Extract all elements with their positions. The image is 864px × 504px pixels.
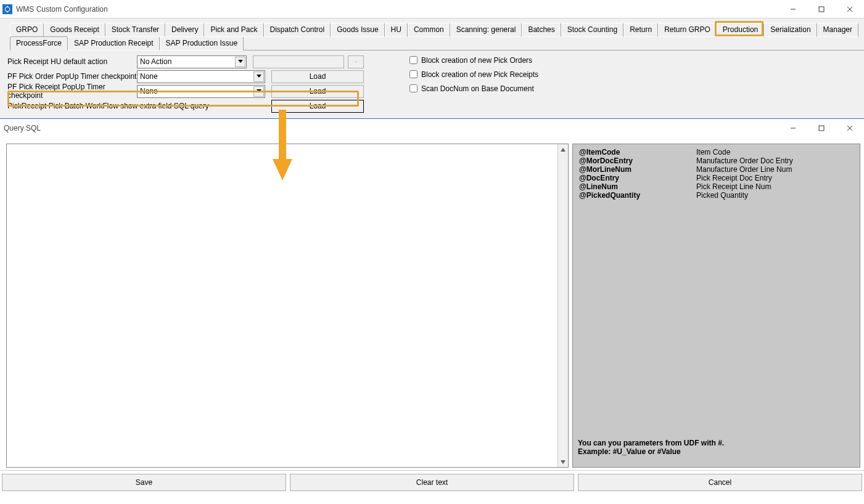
svg-marker-8 xyxy=(257,75,261,78)
param-desc: Manufacture Order Doc Entry xyxy=(695,156,856,165)
combo-value: None xyxy=(140,87,158,96)
tabs-row2: ProcessForceSAP Production ReceiptSAP Pr… xyxy=(10,36,864,51)
param-name: @LineNum xyxy=(578,182,695,191)
tab-return-grpo[interactable]: Return GRPO xyxy=(658,23,717,37)
tab-scanning-general[interactable]: Scanning: general xyxy=(450,23,522,37)
check-row-scan-docnum: Scan DocNum on Base Document xyxy=(407,81,538,96)
svg-marker-9 xyxy=(257,89,261,92)
app-icon xyxy=(2,4,12,14)
param-row: @DocEntryPick Receipt Doc Entry xyxy=(578,174,856,182)
scroll-down-icon[interactable] xyxy=(558,457,568,467)
tab-processforce[interactable]: ProcessForce xyxy=(10,36,68,51)
footnote-line2: Example: #U_Value or #Value xyxy=(578,447,724,456)
tab-grpo[interactable]: GRPO xyxy=(10,23,44,37)
bottom-buttons: Save Clear text Cancel xyxy=(0,470,864,494)
tab-pick-and-pack[interactable]: Pick and Pack xyxy=(204,23,263,37)
window-title: WMS Custom Configuration xyxy=(16,5,108,14)
param-desc: Pick Receipt Line Num xyxy=(695,182,856,191)
tab-manager[interactable]: Manager xyxy=(817,23,858,37)
scrollbar[interactable] xyxy=(557,144,568,467)
tab-dispatch-control[interactable]: Dispatch Control xyxy=(264,23,331,37)
load-button-sql-query[interactable]: Load xyxy=(271,100,364,113)
disabled-text-field xyxy=(253,55,344,68)
checkbox-label: Scan DocNum on Base Document xyxy=(421,84,534,93)
load-button-pick-order[interactable]: Load xyxy=(271,70,364,83)
param-row: @PickedQuantityPicked Quantity xyxy=(578,191,856,200)
param-footnote: You can you parameters from UDF with #. … xyxy=(578,439,724,456)
svg-marker-7 xyxy=(238,60,243,63)
tab-stock-counting[interactable]: Stock Counting xyxy=(561,23,623,37)
tabs-row1: GRPOGoods ReceiptStock TransferDeliveryP… xyxy=(10,22,860,36)
check-row-block-orders: Block creation of new Pick Orders xyxy=(407,53,538,67)
tab-common[interactable]: Common xyxy=(408,23,450,37)
close-button[interactable] xyxy=(836,0,864,18)
check-row-block-receipts: Block creation of new Pick Receipts xyxy=(407,67,538,81)
dash-label: - xyxy=(355,57,357,66)
svg-rect-1 xyxy=(7,6,8,7)
btn-label: Save xyxy=(136,478,152,487)
scroll-up-icon[interactable] xyxy=(558,144,568,155)
minimize-button[interactable] xyxy=(779,0,807,18)
svg-marker-16 xyxy=(561,148,566,152)
param-desc: Pick Receipt Doc Entry xyxy=(695,174,856,182)
tab-production[interactable]: Production xyxy=(717,23,764,37)
svg-rect-13 xyxy=(819,126,824,131)
query-sql-window: Query SQL @ItemCodeItem Code@MorDocEntry… xyxy=(0,118,864,504)
tab-delivery[interactable]: Delivery xyxy=(165,23,204,37)
dash-button[interactable]: - xyxy=(348,55,364,68)
cancel-button[interactable]: Cancel xyxy=(578,474,862,491)
checkbox-scan-docnum[interactable] xyxy=(409,84,418,92)
btn-label: Load xyxy=(310,87,326,96)
chevron-down-icon xyxy=(253,86,264,97)
chevron-down-icon xyxy=(235,57,245,67)
tab-return[interactable]: Return xyxy=(623,23,658,37)
combo-default-action[interactable]: No Action xyxy=(137,55,247,68)
btn-label: Load xyxy=(310,72,326,81)
tab-goods-receipt[interactable]: Goods Receipt xyxy=(44,23,105,37)
tab-serialization[interactable]: Serialization xyxy=(764,23,817,37)
sql-textarea[interactable] xyxy=(7,144,557,467)
btn-label: Cancel xyxy=(709,478,731,487)
label-pick-receipt-timer: PF Pick Receipt PopUp Timer checkpoint xyxy=(6,83,137,100)
tab-hu[interactable]: HU xyxy=(385,23,408,37)
footnote-line1: You can you parameters from UDF with #. xyxy=(578,439,724,447)
chevron-down-icon xyxy=(253,71,264,82)
combo-pick-receipt-timer[interactable]: None xyxy=(137,85,265,98)
save-button[interactable]: Save xyxy=(2,474,286,491)
minimize-button[interactable] xyxy=(779,119,807,137)
checkbox-block-pick-receipts[interactable] xyxy=(409,70,418,78)
maximize-button[interactable] xyxy=(807,119,836,137)
param-row: @LineNumPick Receipt Line Num xyxy=(578,182,856,191)
tab-goods-issue[interactable]: Goods Issue xyxy=(331,23,384,37)
combo-value: None xyxy=(140,72,158,81)
label-sql-query: PickReceipt Pick Batch WorkFlow show ext… xyxy=(6,102,255,110)
tab-stock-transfer[interactable]: Stock Transfer xyxy=(105,23,165,37)
btn-label: Clear text xyxy=(416,478,448,487)
param-name: @MorDocEntry xyxy=(578,156,695,165)
tab-sap-production-receipt[interactable]: SAP Production Receipt xyxy=(68,36,160,51)
param-name: @ItemCode xyxy=(578,148,695,156)
query-sql-body: @ItemCodeItem Code@MorDocEntryManufactur… xyxy=(0,137,864,470)
tab-page-processforce: Pick Receipt HU default action No Action… xyxy=(4,51,860,116)
svg-point-0 xyxy=(5,7,10,12)
param-row: @ItemCodeItem Code xyxy=(578,148,856,156)
svg-rect-2 xyxy=(7,11,8,12)
combo-pick-order-timer[interactable]: None xyxy=(137,70,265,83)
label-default-action: Pick Receipt HU default action xyxy=(6,57,137,66)
window-title: Query SQL xyxy=(4,124,41,132)
maximize-button[interactable] xyxy=(807,0,836,18)
clear-text-button[interactable]: Clear text xyxy=(290,474,574,491)
tab-sap-production-issue[interactable]: SAP Production Issue xyxy=(160,36,244,51)
form-row-sql-query: PickReceipt Pick Batch WorkFlow show ext… xyxy=(6,99,858,113)
close-button[interactable] xyxy=(836,119,864,137)
query-sql-titlebar: Query SQL xyxy=(0,119,864,137)
window-controls xyxy=(779,119,864,137)
param-row: @MorLineNumManufacture Order Line Num xyxy=(578,165,856,174)
svg-rect-4 xyxy=(819,7,824,12)
right-checkboxes: Block creation of new Pick Orders Block … xyxy=(407,53,538,96)
param-desc: Manufacture Order Line Num xyxy=(695,165,856,174)
load-button-pick-receipt[interactable]: Load xyxy=(271,85,364,98)
checkbox-block-pick-orders[interactable] xyxy=(409,56,418,64)
tab-batches[interactable]: Batches xyxy=(522,23,561,37)
param-table: @ItemCodeItem Code@MorDocEntryManufactur… xyxy=(578,148,856,200)
